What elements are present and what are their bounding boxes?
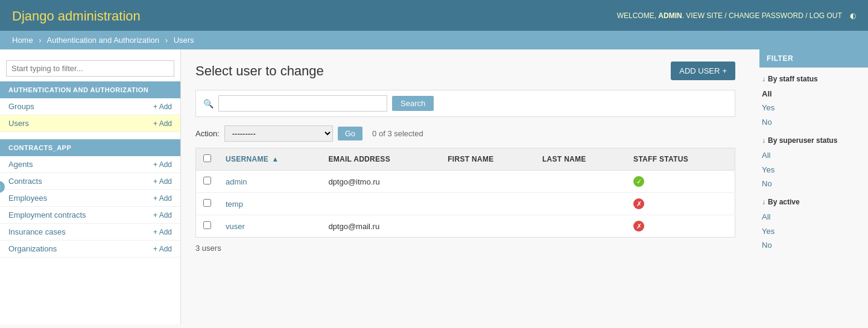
filter-section-title: ↓ By superuser status — [762, 136, 866, 145]
organizations-add[interactable]: + Add — [153, 245, 172, 253]
sidebar-filter-input[interactable] — [6, 60, 174, 77]
staff-status-false: ✗ — [633, 221, 644, 232]
sidebar-item-agents[interactable]: Agents + Add — [0, 156, 180, 173]
filter-section-title: ↓ By active — [762, 198, 866, 206]
filter-link[interactable]: Yes — [762, 101, 866, 115]
action-select[interactable]: --------- Delete selected users — [224, 125, 333, 142]
groups-label: Groups — [8, 102, 34, 111]
user-tools: WELCOME, ADMIN. VIEW SITE / CHANGE PASSW… — [617, 11, 856, 20]
breadcrumb-home[interactable]: Home — [12, 36, 33, 45]
filter-section: ↓ By active AllYesNo — [759, 198, 868, 252]
row-username: temp — [218, 193, 321, 215]
staff-status-true: ✓ — [633, 176, 644, 187]
row-firstname — [440, 193, 535, 215]
agents-add[interactable]: + Add — [153, 160, 172, 169]
site-title-link[interactable]: Django administration — [12, 8, 141, 24]
filter-section: ↓ By superuser status AllYesNo — [759, 136, 868, 191]
filter-sections: ↓ By staff status AllYesNo ↓ By superuse… — [759, 75, 868, 253]
search-input[interactable] — [218, 95, 387, 112]
username-link[interactable]: admin — [226, 177, 247, 186]
search-icon: 🔍 — [203, 99, 214, 109]
change-password-link[interactable]: CHANGE PASSWORD — [729, 11, 803, 20]
row-checkbox-cell — [196, 215, 219, 238]
breadcrumb-section[interactable]: Authentication and Authorization — [47, 36, 159, 45]
col-header-staff: STAFF STATUS — [626, 148, 735, 171]
row-email — [321, 193, 440, 215]
breadcrumb-sep2: › — [165, 36, 168, 45]
table-header-row: USERNAME ▴ EMAIL ADDRESS FIRST NAME LAST… — [196, 148, 735, 171]
filter-section-label: By superuser status — [768, 136, 837, 145]
insurance-cases-add[interactable]: + Add — [153, 228, 172, 236]
table-body: admin dptgo@itmo.ru ✓ temp ✗ vuser dptgo… — [196, 171, 735, 238]
row-checkbox-cell — [196, 193, 219, 215]
filter-section-label: By active — [768, 198, 800, 206]
employment-contracts-add[interactable]: + Add — [153, 211, 172, 219]
users-table: USERNAME ▴ EMAIL ADDRESS FIRST NAME LAST… — [195, 148, 735, 238]
sidebar-item-organizations[interactable]: Organizations + Add — [0, 241, 180, 257]
filter-link[interactable]: Yes — [762, 163, 866, 177]
header: Django administration WELCOME, ADMIN. VI… — [0, 0, 868, 31]
users-label: Users — [8, 119, 29, 128]
breadcrumbs: Home › Authentication and Authorization … — [0, 31, 868, 49]
row-checkbox[interactable] — [203, 221, 211, 229]
content-wrapper: AUTHENTICATION AND AUTHORIZATION Groups … — [0, 49, 868, 324]
col-header-email: EMAIL ADDRESS — [321, 148, 440, 171]
theme-icon[interactable]: ◐ — [850, 11, 856, 20]
col-header-username[interactable]: USERNAME ▴ — [218, 148, 321, 171]
selected-count: 0 of 3 selected — [372, 129, 423, 138]
staff-status-false: ✗ — [633, 198, 644, 209]
col-header-firstname: FIRST NAME — [440, 148, 535, 171]
filter-section: ↓ By staff status AllYesNo — [759, 75, 868, 129]
row-username: admin — [218, 171, 321, 193]
sidebar-item-employees[interactable]: Employees + Add — [0, 190, 180, 207]
go-button[interactable]: Go — [338, 127, 363, 140]
search-button[interactable]: Search — [392, 96, 434, 111]
view-site-link[interactable]: VIEW SITE — [686, 11, 723, 20]
col-header-lastname: LAST NAME — [535, 148, 626, 171]
log-out-link[interactable]: LOG OUT — [809, 11, 842, 20]
main-content: Select user to change ADD USER + 🔍 Searc… — [181, 49, 750, 324]
filter-arrow-icon: ↓ — [762, 198, 765, 206]
contracts-section-header: CONTRACTS_APP — [0, 139, 180, 156]
sidebar-item-employment-contracts[interactable]: Employment contracts + Add — [0, 207, 180, 224]
sidebar-item-users[interactable]: Users + Add — [0, 115, 180, 132]
sidebar-item-contracts[interactable]: Contracts + Add — [0, 173, 180, 190]
employees-add[interactable]: + Add — [153, 194, 172, 203]
row-firstname — [440, 171, 535, 193]
filter-section-label: By staff status — [768, 75, 818, 83]
select-all-header — [196, 148, 219, 171]
username-link[interactable]: vuser — [226, 222, 245, 231]
row-checkbox[interactable] — [203, 199, 211, 207]
select-all-checkbox[interactable] — [203, 154, 211, 162]
users-add[interactable]: + Add — [153, 119, 172, 128]
row-lastname — [535, 193, 626, 215]
add-user-button[interactable]: ADD USER + — [671, 62, 735, 80]
welcome-text: WELCOME, — [617, 11, 659, 20]
row-email: dptgo@itmo.ru — [321, 171, 440, 193]
content-header: Select user to change ADD USER + — [195, 62, 735, 80]
filter-link[interactable]: Yes — [762, 224, 866, 238]
action-bar: Action: --------- Delete selected users … — [195, 125, 735, 142]
sidebar-item-insurance-cases[interactable]: Insurance cases + Add — [0, 224, 180, 241]
row-checkbox[interactable] — [203, 177, 211, 184]
filter-link[interactable]: No — [762, 115, 866, 129]
contracts-add[interactable]: + Add — [153, 177, 172, 186]
row-email: dptgo@mail.ru — [321, 215, 440, 238]
filter-link[interactable]: All — [762, 148, 866, 162]
table-row: admin dptgo@itmo.ru ✓ — [196, 171, 735, 193]
username-link[interactable]: temp — [226, 200, 243, 209]
filter-link[interactable]: All — [762, 210, 866, 224]
breadcrumb-sep1: › — [39, 36, 41, 45]
filter-link[interactable]: No — [762, 238, 866, 252]
agents-label: Agents — [8, 160, 33, 169]
row-checkbox-cell — [196, 171, 219, 193]
groups-add[interactable]: + Add — [153, 102, 172, 111]
sidebar-item-groups[interactable]: Groups + Add — [0, 98, 180, 115]
username: ADMIN — [658, 11, 682, 20]
table-row: vuser dptgo@mail.ru ✗ — [196, 215, 735, 238]
filter-link[interactable]: All — [762, 87, 866, 101]
row-lastname — [535, 215, 626, 238]
filter-link[interactable]: No — [762, 177, 866, 191]
plus-icon: + — [722, 66, 727, 75]
employment-contracts-label: Employment contracts — [8, 210, 86, 219]
